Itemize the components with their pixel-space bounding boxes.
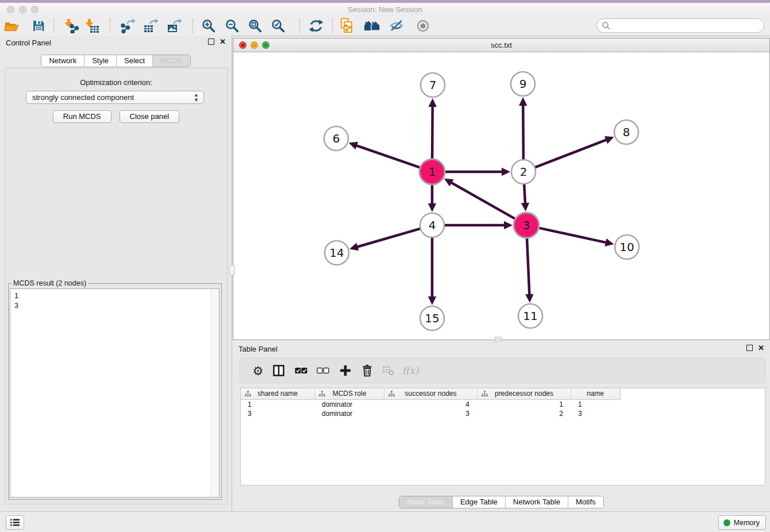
show-hidden-icon[interactable]: [416, 19, 430, 33]
delete-column-icon[interactable]: [362, 365, 372, 377]
close-panel-icon[interactable]: ✕: [220, 38, 226, 45]
edge-2-8[interactable]: [536, 140, 607, 167]
cell-MCDS-role[interactable]: dominator: [315, 400, 384, 409]
graph-node-8[interactable]: 8: [614, 120, 638, 144]
result-scrollbar[interactable]: [211, 289, 219, 497]
cell-MCDS-role[interactable]: dominator: [315, 409, 384, 418]
tab-select[interactable]: Select: [117, 55, 153, 67]
select-all-icon[interactable]: [295, 367, 307, 374]
cell-successor-nodes[interactable]: 4: [384, 400, 478, 409]
edge-3-1[interactable]: [451, 182, 515, 218]
close-panel-button[interactable]: Close panel: [120, 110, 180, 123]
add-column-icon[interactable]: [340, 365, 351, 376]
save-session-icon[interactable]: [32, 19, 45, 33]
graph-node-11[interactable]: 11: [518, 304, 542, 328]
edge-2-3[interactable]: [524, 184, 525, 204]
float-panel-icon[interactable]: [746, 345, 753, 351]
edge-arrowhead: [525, 294, 533, 303]
zoom-fit-icon[interactable]: [248, 19, 263, 33]
graph-node-9[interactable]: 9: [511, 72, 535, 96]
hide-selected-icon[interactable]: [389, 19, 404, 33]
graph-node-7[interactable]: 7: [421, 73, 445, 97]
table-row[interactable]: 3dominator323: [241, 409, 765, 418]
column-header-shared-name[interactable]: shared name: [241, 388, 315, 399]
column-header-MCDS-role[interactable]: MCDS role: [315, 388, 384, 399]
mcds-result-list[interactable]: 13: [10, 288, 220, 498]
search-box[interactable]: [596, 18, 764, 33]
zoom-selected-icon[interactable]: [271, 19, 286, 33]
column-header-successor-nodes[interactable]: successor nodes: [384, 388, 478, 399]
graph-node-4[interactable]: 4: [420, 213, 444, 237]
zoom-in-icon[interactable]: [202, 19, 216, 33]
refresh-layout-icon[interactable]: [309, 19, 324, 33]
cell-name[interactable]: 1: [571, 400, 619, 409]
edge-4-14[interactable]: [357, 229, 420, 247]
column-header-predecessor-nodes[interactable]: predecessor nodes: [478, 388, 571, 399]
table-row[interactable]: 1dominator411: [241, 400, 765, 409]
graph-node-15[interactable]: 15: [420, 306, 444, 330]
graph-node-3[interactable]: 3: [514, 213, 539, 238]
network-view-frame: ✕ − + scc.txt 7968124314101511: [233, 38, 770, 340]
tab-edge-table[interactable]: Edge Table: [453, 496, 506, 508]
tab-style[interactable]: Style: [84, 55, 117, 67]
toolbar-separator: [299, 18, 300, 33]
tab-network[interactable]: Network: [41, 55, 84, 67]
memory-label: Memory: [734, 519, 760, 527]
svg-text:15: 15: [425, 311, 439, 325]
export-network-icon[interactable]: [121, 18, 136, 33]
cell-predecessor-nodes[interactable]: 1: [478, 400, 571, 409]
edge-3-11[interactable]: [527, 238, 529, 295]
cell-name[interactable]: 3: [571, 409, 619, 418]
open-file-icon[interactable]: [4, 19, 19, 33]
graph-node-2[interactable]: 2: [511, 160, 536, 184]
toolbar-separator: [53, 18, 54, 33]
task-history-button[interactable]: [6, 515, 24, 530]
network-frame-titlebar[interactable]: ✕ − + scc.txt: [233, 38, 769, 52]
column-header-name[interactable]: name: [571, 388, 619, 399]
close-panel-icon[interactable]: ✕: [758, 345, 764, 351]
houses-icon[interactable]: [364, 20, 381, 32]
cell-shared-name[interactable]: 1: [241, 400, 315, 409]
tab-node-table[interactable]: Node Table: [399, 496, 453, 508]
delete-table-icon[interactable]: [383, 366, 395, 376]
graph-node-6[interactable]: 6: [324, 126, 348, 151]
edge-1-6[interactable]: [356, 145, 419, 168]
tab-network-table[interactable]: Network Table: [506, 496, 568, 508]
edge-arrowhead: [428, 203, 436, 212]
edge-1-7[interactable]: [432, 106, 433, 159]
run-mcds-button[interactable]: Run MCDS: [53, 110, 111, 123]
float-panel-icon[interactable]: [208, 38, 214, 45]
horizontal-splitter-grip[interactable]: [495, 337, 502, 342]
copy-network-icon[interactable]: [340, 18, 355, 34]
cell-predecessor-nodes[interactable]: 2: [478, 409, 571, 418]
tab-mcds[interactable]: MCDS: [153, 55, 190, 67]
export-image-icon[interactable]: [167, 18, 182, 33]
edge-arrowhead: [349, 142, 359, 150]
graph-node-1[interactable]: 1: [419, 159, 445, 184]
import-table-icon[interactable]: [84, 18, 99, 33]
cell-shared-name[interactable]: 3: [241, 409, 315, 418]
import-network-icon[interactable]: [64, 18, 79, 33]
tab-motifs[interactable]: Motifs: [568, 496, 603, 508]
toolbar-separator: [332, 18, 333, 33]
control-panel-title: Control Panel: [6, 38, 51, 47]
deselect-all-icon[interactable]: [317, 367, 329, 374]
optimization-criterion-select[interactable]: strongly connected component ▲▼: [26, 91, 204, 104]
graph-node-10[interactable]: 10: [615, 235, 639, 259]
search-input[interactable]: [612, 20, 760, 32]
memory-button[interactable]: Memory: [718, 515, 766, 530]
settings-gear-icon[interactable]: ⚙: [253, 365, 264, 377]
edge-3-10[interactable]: [539, 228, 606, 242]
zoom-out-icon[interactable]: [225, 19, 240, 33]
function-builder-icon[interactable]: f(x): [402, 365, 418, 376]
graph-node-14[interactable]: 14: [325, 241, 349, 265]
network-graph-canvas[interactable]: 7968124314101511: [233, 52, 769, 340]
svg-text:4: 4: [429, 218, 436, 232]
export-table-icon[interactable]: [144, 18, 159, 33]
node-table[interactable]: shared nameMCDS rolesuccessor nodesprede…: [240, 388, 765, 485]
vertical-splitter-grip[interactable]: [229, 265, 235, 275]
column-layout-icon[interactable]: [273, 365, 284, 376]
edge-2-9[interactable]: [523, 105, 523, 159]
cell-successor-nodes[interactable]: 3: [384, 409, 478, 418]
table-panel-buttons: ✕: [746, 345, 764, 351]
